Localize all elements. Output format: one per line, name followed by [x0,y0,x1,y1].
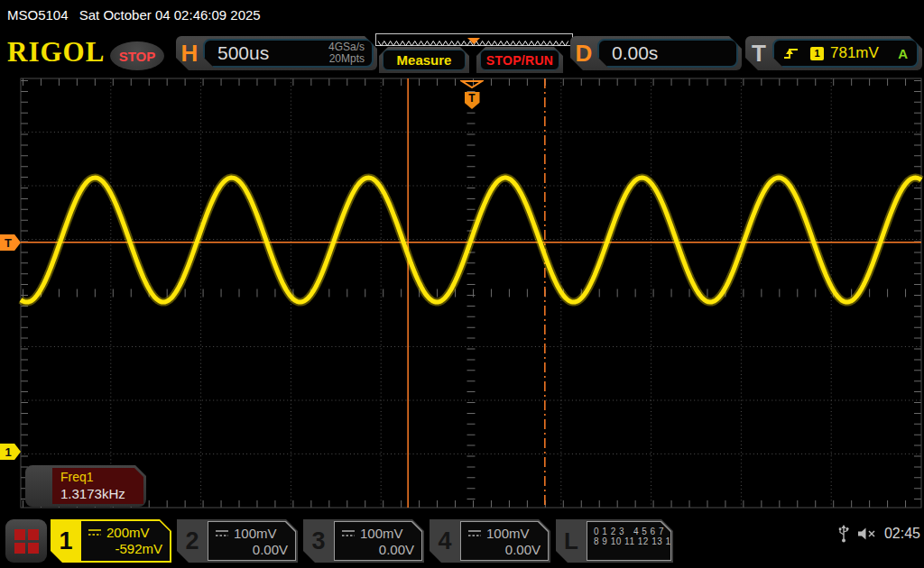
memory-depth: 20Mpts [328,53,365,65]
trigger-level-value: 781mV [830,44,898,62]
channel-block-3[interactable]: 3 100mV 0.00V [303,519,424,563]
measurement-value: 1.3173kHz [60,486,143,501]
logic-channels-row2: 8 9 10 11 12 13 14 15 [587,536,670,546]
dc-coupling-icon [215,529,229,538]
trigger-shield-letter: T [468,92,475,105]
channel-number: 3 [303,519,334,563]
horizontal-timebase-block[interactable]: H 500us 4GSa/s 20Mpts [176,36,377,70]
scope-display-area[interactable]: T T 1 Freq1 1.3173kHz [0,76,924,514]
measurement-popup[interactable]: Freq1 1.3173kHz [25,465,146,507]
trigger-position-outline-icon [460,80,484,88]
logic-analyzer-block[interactable]: L 0 1 2 3 4 5 6 7 8 9 10 11 12 13 14 15 [556,519,673,563]
channel-block-4[interactable]: 4 100mV 0.00V [430,519,550,563]
measure-button-label: Measure [383,50,466,70]
speaker-muted-icon [857,527,877,540]
measurement-name: Freq1 [60,470,143,484]
timebase-value: 500us [217,42,328,64]
waveform-display[interactable] [0,76,924,514]
waveform-overview-strip[interactable] [375,33,573,46]
overview-waveform-icon [376,38,570,47]
dc-coupling-icon [88,528,102,537]
stop-run-button[interactable]: STOP/RUN [476,47,563,73]
usb-icon [837,525,850,543]
channel-scale: 100mV [360,526,403,541]
channel-number: 4 [430,519,460,563]
top-trigger-position-marker[interactable]: T [459,76,485,109]
trigger-rising-edge-icon [783,46,799,61]
channel-scale: 100mV [486,526,530,541]
timebase-display: 500us 4GSa/s 20Mpts [203,39,374,68]
trigger-source-badge: 1 [810,47,824,60]
delay-value: 0.00s [612,42,658,64]
status-icons: 02:45 [837,525,920,543]
measurement-popup-body: Freq1 1.3173kHz [52,468,143,504]
channel-offset: 0.00V [335,542,421,559]
header-bar: RIGOL STOP H 500us 4GSa/s 20Mpts Measure… [0,30,924,76]
top-status-bar: MSO5104 Sat October 04 02:46:09 2025 [0,0,924,30]
logic-label: L [556,519,587,563]
measure-button[interactable]: Measure [379,47,469,73]
menu-grid-icon [14,529,39,554]
channel-offset: 0.00V [208,542,295,559]
bottom-channel-bar: 1 200mV -592mV 2 100mV 0.00V [0,514,924,568]
dc-coupling-icon [467,529,482,538]
status-datetime: Sat October 04 02:46:09 2025 [79,7,261,23]
trigger-shield-icon: T [465,92,480,109]
trigger-delay-block[interactable]: D 0.00s [570,36,742,70]
acquisition-info: 4GSa/s 20Mpts [328,41,365,65]
channel-scale: 100mV [234,526,277,541]
status-model: MSO5104 [7,7,69,23]
channel-number: 2 [177,519,208,563]
dc-coupling-icon [341,529,356,538]
menu-button[interactable] [5,519,47,563]
rigol-logo: RIGOL [7,36,105,69]
channel-block-2[interactable]: 2 100mV 0.00V [177,519,298,563]
channel-offset: -592mV [81,541,170,558]
trigger-block[interactable]: T 1 781mV A [745,36,922,70]
trigger-label: T [745,40,772,68]
channel-number: 1 [51,519,81,563]
logic-channels-row1: 0 1 2 3 4 5 6 7 [587,522,670,536]
delay-label: D [570,40,597,68]
trigger-sweep-mode: A [898,46,908,61]
horizontal-label: H [176,40,203,68]
trigger-display: 1 781mV A [772,39,919,68]
channel-block-1[interactable]: 1 200mV -592mV [51,519,171,563]
stop-run-button-label: STOP/RUN [480,50,559,70]
delay-display: 0.00s [597,39,738,68]
channel-scale: 200mV [106,525,150,540]
channel-offset: 0.00V [461,542,548,559]
acquisition-status-badge: STOP [110,41,164,70]
clock[interactable]: 02:45 [884,526,920,542]
